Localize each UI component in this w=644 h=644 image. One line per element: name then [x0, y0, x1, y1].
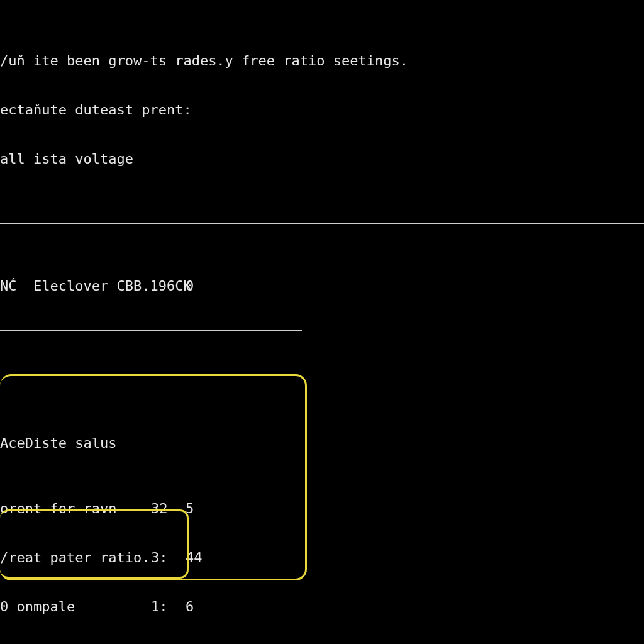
group-a-title: AceDiste salus	[0, 435, 644, 452]
terminal-screen: /uň ite been grow-ts rades.y free ratio …	[0, 0, 644, 644]
table-row: orent for ravn325	[0, 501, 644, 517]
header-line-1: /uň ite been grow-ts rades.y free ratio …	[0, 53, 644, 69]
divider-top	[0, 223, 644, 224]
table-row: /reat pater ratio.3:44	[0, 550, 644, 566]
device-header: NĆ Eleclover CBB.196CK 0	[0, 278, 644, 294]
divider-device	[0, 330, 302, 331]
highlight-box-inner	[0, 509, 189, 579]
table-row: 0 onmpale1:6	[0, 599, 644, 615]
header-line-3: all ista voltage	[0, 151, 644, 167]
header-line-2: ectaňute duteast prent:	[0, 102, 644, 118]
